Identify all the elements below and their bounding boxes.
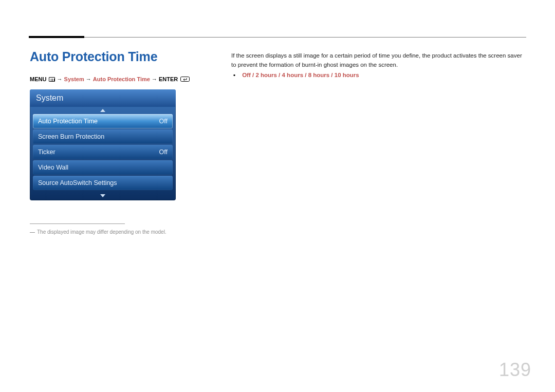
breadcrumb-enter: ENTER xyxy=(159,76,178,82)
osd-item-value: Off xyxy=(159,118,168,125)
header-rule xyxy=(29,37,526,38)
osd-scroll-down[interactable] xyxy=(30,193,176,200)
chevron-down-icon xyxy=(100,194,105,197)
osd-item-label: Screen Burn Protection xyxy=(38,133,104,140)
osd-scroll-up[interactable] xyxy=(30,107,176,114)
osd-item-ticker[interactable]: Ticker Off xyxy=(33,145,173,159)
bullet-dot-icon: • xyxy=(231,72,237,78)
osd-panel: System Auto Protection Time Off Screen B… xyxy=(30,89,176,200)
osd-item-screen-burn-protection[interactable]: Screen Burn Protection xyxy=(33,129,173,144)
osd-item-label: Video Wall xyxy=(38,164,68,171)
page-title: Auto Protection Time xyxy=(30,49,157,64)
osd-list: Auto Protection Time Off Screen Burn Pro… xyxy=(30,114,176,193)
osd-item-value: Off xyxy=(159,148,168,156)
breadcrumb: MENU → System → Auto Protection Time → E… xyxy=(30,76,190,82)
osd-item-video-wall[interactable]: Video Wall xyxy=(33,160,173,175)
arrow-icon: → xyxy=(152,76,157,82)
arrow-icon: → xyxy=(57,76,63,82)
osd-item-label: Auto Protection Time xyxy=(38,118,98,125)
osd-item-auto-protection-time[interactable]: Auto Protection Time Off xyxy=(33,114,173,128)
chevron-up-icon xyxy=(100,109,105,112)
description-text: If the screen displays a still image for… xyxy=(231,51,526,70)
options-bullet: • Off / 2 hours / 4 hours / 8 hours / 10… xyxy=(231,72,359,78)
arrow-icon: → xyxy=(86,76,91,82)
dash-icon: ― xyxy=(30,229,35,235)
osd-item-source-autoswitch[interactable]: Source AutoSwitch Settings xyxy=(33,176,173,190)
header-rule-accent xyxy=(29,36,84,38)
svg-rect-0 xyxy=(181,77,190,82)
page-number: 139 xyxy=(499,359,531,381)
breadcrumb-item: Auto Protection Time xyxy=(93,76,150,82)
menu-icon xyxy=(49,77,55,82)
osd-header: System xyxy=(30,89,176,107)
osd-item-label: Source AutoSwitch Settings xyxy=(38,179,117,186)
enter-icon xyxy=(180,77,190,82)
breadcrumb-system: System xyxy=(64,76,84,82)
note-divider xyxy=(30,223,125,224)
disclaimer-note: ―The displayed image may differ dependin… xyxy=(30,229,166,235)
note-text: The displayed image may differ depending… xyxy=(37,229,166,235)
osd-item-label: Ticker xyxy=(38,148,55,156)
breadcrumb-menu: MENU xyxy=(30,76,46,82)
options-text: Off / 2 hours / 4 hours / 8 hours / 10 h… xyxy=(242,72,359,78)
